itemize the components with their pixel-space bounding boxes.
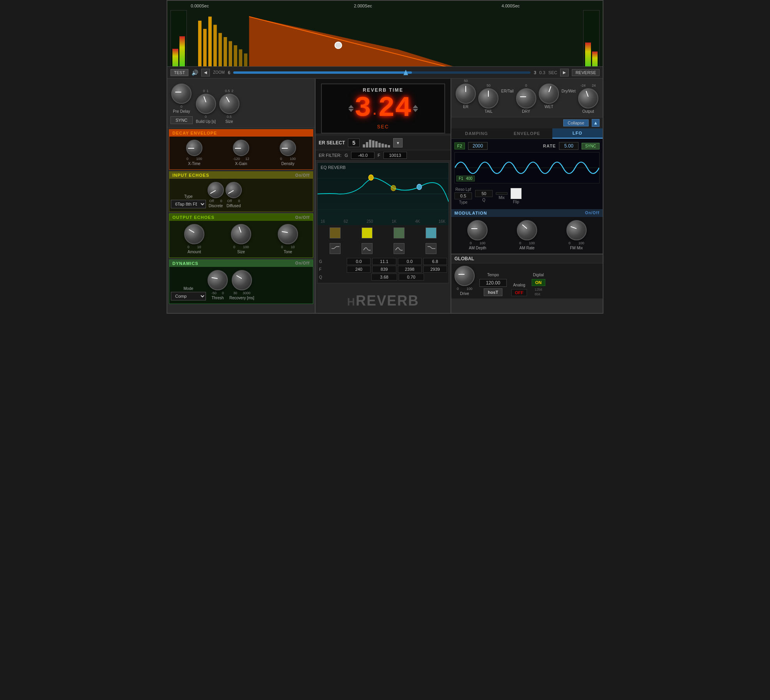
eq-q-val-2[interactable]: 3.68 [371,274,397,281]
lfo-f2-value[interactable]: 2000 [468,142,488,150]
wet-knob[interactable] [539,84,559,104]
lfo-sync-button[interactable]: SYNC [582,143,600,149]
density-knob[interactable] [280,140,296,156]
er-bar-2 [366,142,368,147]
x-gain-max: 12 [245,157,249,161]
reverb-digit-1: 3 [355,94,371,123]
lfo-reso-value[interactable]: 0.5 [454,192,472,199]
diffused-group: Off 0 Diffused [225,182,242,208]
host-button[interactable]: hosT [484,288,502,296]
output-knob[interactable] [578,88,598,108]
eq-freq-62: 62 [344,219,348,224]
eq-band-shape-3[interactable] [394,243,405,254]
eq-band-color-1[interactable] [330,227,341,238]
lfo-rate-label: RATE [543,144,556,148]
size-knob[interactable] [219,94,240,114]
digit-down-2[interactable] [413,109,418,112]
oe-tone-knob[interactable] [278,224,298,244]
input-echoes-header: INPUT ECHOES On/Off [169,172,313,179]
dyn-mode-select[interactable]: Comp [171,292,206,300]
lfo-rate-value[interactable]: 5.00 [559,142,578,150]
dynamics-onoff[interactable]: On/Off [295,261,310,266]
eq-g-label: G [319,259,324,264]
dry-knob[interactable] [516,88,536,108]
modulation-onoff[interactable]: On/Off [585,211,600,215]
zoom-slider[interactable] [233,71,530,74]
pre-delay-knob[interactable] [171,84,192,104]
left-meter [170,10,187,75]
diffused-knob[interactable] [225,182,242,198]
digit-arrows-2 [413,105,418,112]
er-filter-f-value[interactable]: 10013 [383,152,407,159]
digit-up-2[interactable] [413,105,418,108]
analog-off-value[interactable]: OFF [511,289,527,296]
am-depth-knob[interactable] [467,220,488,240]
lfo-mix-group: Mix [496,192,507,200]
output-label: Output [582,109,594,114]
lfo-q-value[interactable]: 50 [475,190,493,197]
tab-damping[interactable]: DAMPING [451,128,502,139]
eq-freq-labels: 16 62 250 1K 4K 16K [318,219,449,224]
eq-g-val-2[interactable]: 11.1 [372,258,396,265]
output-echoes-onoff[interactable]: On/Off [295,215,310,220]
er-knob[interactable] [456,84,476,104]
drive-knob[interactable] [454,266,475,286]
digital-on-value[interactable]: ON [532,279,545,286]
eq-f-val-2[interactable]: 839 [372,266,396,273]
fm-mix-knob[interactable] [566,220,587,240]
eq-band-shape-2[interactable] [362,243,373,254]
digit-up-1[interactable] [348,105,354,108]
tab-lfo[interactable]: LFO [552,128,603,139]
eq-f-val-4[interactable]: 2939 [423,266,447,273]
input-echoes-onoff[interactable]: On/Off [295,173,310,178]
eq-band-color-2[interactable] [362,227,373,238]
am-rate-knob[interactable] [517,220,537,240]
size-value: 0.5 [227,115,232,119]
eq-band-color-4[interactable] [426,227,436,238]
am-depth-min: 0 [470,241,472,245]
play-button[interactable]: ▶ [560,69,569,76]
density-group: 0 100 Density [280,140,296,166]
x-time-knob[interactable] [186,140,202,156]
center-panel: REVERB TIME 3 . 2 4 [316,79,451,313]
rewind-button[interactable]: ◀ [201,69,210,76]
build-up-knob[interactable] [196,94,216,114]
test-button[interactable]: TEST [170,69,188,76]
eq-g-val-4[interactable]: 6.8 [423,258,447,265]
discrete-knob[interactable] [208,182,224,198]
reverse-button[interactable]: REVERSE [572,69,600,76]
oe-amount-label: Amount [188,250,201,254]
lfo-flip-box[interactable] [511,188,522,199]
dyn-recovery-knob[interactable] [232,270,252,290]
eq-g-val-1[interactable]: 0.0 [347,258,371,265]
collapse-arrow-button[interactable]: ▲ [592,119,600,127]
sync-button[interactable]: SYNC [170,116,193,124]
eq-f-val-3[interactable]: 2398 [398,266,422,273]
tab-envelope[interactable]: ENVELOPE [502,128,552,139]
eq-f-val-1[interactable]: 240 [347,266,371,273]
bit-12-label: 12bit [534,288,542,291]
er-filter-g-value[interactable]: -40.0 [351,152,374,159]
tempo-value[interactable]: 120.00 [479,279,507,287]
oe-size-knob[interactable] [231,224,251,244]
eq-canvas: EQ REVERB 16 [318,163,449,225]
eq-g-val-3[interactable]: 0.0 [398,258,422,265]
eq-q-val-3[interactable]: 0.70 [399,274,424,281]
tail-knob[interactable] [478,88,499,108]
er-dropdown-button[interactable]: ▼ [393,138,403,147]
dyn-thresh-knob[interactable] [208,270,228,290]
reverb-time-display: REVERB TIME 3 . 2 4 [321,84,445,133]
eq-band-color-3[interactable] [394,227,405,238]
output-scale: -24 24 [580,84,596,87]
eq-band-shape-4[interactable] [426,243,436,254]
x-gain-knob[interactable] [233,140,249,156]
lfo-mix-value[interactable] [496,192,507,195]
lfo-q-label: Q [483,198,486,202]
collapse-button[interactable]: Collapse [563,119,589,126]
input-echoes-label: INPUT ECHOES [172,173,209,178]
eq-band-shape-1[interactable] [330,243,341,254]
build-up-max: 1 [207,89,209,93]
echo-type-select[interactable]: 6Tap 8th FB [171,200,206,208]
oe-amount-knob[interactable] [184,224,204,244]
digit-down-1[interactable] [348,109,354,112]
